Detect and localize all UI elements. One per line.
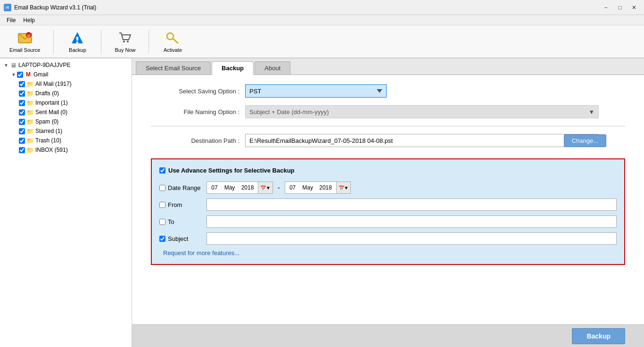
tree-label-trash: Trash (10): [35, 137, 61, 144]
tree-item-inbox[interactable]: 📁 INBOX (591): [0, 145, 132, 155]
svg-rect-5: [76, 41, 78, 43]
toolbar-email-source[interactable]: @ Email Source: [6, 28, 44, 55]
right-panel: Select Email Source Backup About Select …: [132, 58, 644, 347]
menu-file[interactable]: File: [3, 16, 19, 25]
subject-label-wrap: Subject: [159, 235, 206, 242]
saving-option-label: Select Saving Option :: [151, 88, 245, 95]
toolbar-email-source-label: Email Source: [9, 47, 40, 53]
tree-check-trash[interactable]: [19, 138, 25, 144]
tree-item-laptop[interactable]: ▼ 🖥 LAPTOP-9DAJJVPE: [0, 60, 132, 70]
date-to-year[interactable]: [317, 184, 334, 191]
tree-label-starred: Starred (1): [35, 128, 62, 134]
date-to-picker-button[interactable]: 📅▼: [336, 182, 351, 193]
from-label-wrap: From: [159, 201, 206, 208]
title-bar: ✉ Email Backup Wizard v3.1 (Trial) − □ ✕: [0, 0, 644, 15]
date-to-month[interactable]: [300, 184, 315, 191]
toolbar-backup[interactable]: Backup: [63, 28, 91, 55]
toolbar-separator-3: [149, 30, 149, 53]
sidebar: ▼ 🖥 LAPTOP-9DAJJVPE ▼ M Gmail 📁 All Mail…: [0, 58, 132, 347]
tree-check-gmail[interactable]: [17, 72, 23, 78]
date-from-day[interactable]: [209, 184, 220, 191]
toolbar-activate[interactable]: Activate: [158, 28, 187, 55]
to-input[interactable]: [206, 215, 617, 228]
tree-item-important[interactable]: 📁 Important (1): [0, 98, 132, 107]
tree-item-spam[interactable]: 📁 Spam (0): [0, 117, 132, 126]
request-link[interactable]: Request for more features...: [163, 249, 239, 256]
date-from-picker-button[interactable]: 📅▼: [258, 182, 272, 193]
date-range-label-wrap: Date Range: [159, 184, 206, 191]
destination-input[interactable]: [245, 134, 599, 147]
toolbar-buy-now[interactable]: Buy Now: [111, 28, 139, 55]
tree-check-sentmail[interactable]: [19, 109, 25, 116]
destination-label: Destination Path :: [151, 137, 245, 144]
to-label: To: [168, 218, 174, 225]
tree-expand-gmail[interactable]: ▼: [11, 72, 17, 77]
tab-backup[interactable]: Backup: [212, 61, 254, 75]
svg-point-6: [123, 41, 125, 42]
to-checkbox[interactable]: [159, 219, 165, 225]
tree-label-important: Important (1): [35, 99, 68, 106]
date-from-month[interactable]: [222, 184, 237, 191]
email-source-icon: @: [17, 30, 33, 45]
minimize-button[interactable]: −: [600, 3, 612, 12]
tab-about[interactable]: About: [255, 61, 290, 74]
advanced-settings-checkbox[interactable]: [159, 167, 165, 174]
svg-line-10: [175, 41, 176, 42]
folder-icon-spam: 📁: [26, 118, 34, 125]
file-naming-row: File Naming Option : Subject + Date (dd-…: [151, 105, 625, 118]
gmail-icon: M: [25, 71, 32, 78]
subject-checkbox[interactable]: [159, 236, 165, 242]
tree-item-starred[interactable]: 📁 Starred (1): [0, 126, 132, 136]
toolbar-activate-label: Activate: [164, 47, 182, 53]
menu-help[interactable]: Help: [19, 16, 39, 25]
file-naming-value: Subject + Date (dd-mm-yyyy) ▼: [245, 105, 599, 118]
tree-check-inbox[interactable]: [19, 147, 25, 153]
date-from-year[interactable]: [239, 184, 256, 191]
subject-input[interactable]: [206, 232, 617, 245]
from-checkbox[interactable]: [159, 202, 165, 208]
bottom-bar: Backup: [132, 324, 644, 347]
saving-option-select[interactable]: PST MSG EML MBOX HTML PDF: [245, 84, 387, 98]
tree-check-allmail[interactable]: [19, 81, 25, 87]
folder-icon-important: 📁: [26, 99, 34, 107]
saving-option-row: Select Saving Option : PST MSG EML MBOX …: [151, 84, 625, 98]
tree-item-sentmail[interactable]: 📁 Sent Mail (0): [0, 107, 132, 117]
tree-item-gmail[interactable]: ▼ M Gmail: [0, 70, 132, 79]
close-button[interactable]: ✕: [628, 3, 640, 12]
toolbar-backup-label: Backup: [69, 47, 86, 53]
request-link-row: Request for more features...: [159, 249, 617, 256]
tree-check-important[interactable]: [19, 100, 25, 106]
to-label-wrap: To: [159, 218, 206, 225]
folder-icon-starred: 📁: [26, 127, 34, 135]
svg-text:@: @: [27, 33, 31, 38]
change-button[interactable]: Change...: [564, 134, 606, 147]
date-range-checkbox[interactable]: [159, 185, 165, 191]
tree-label-allmail: All Mail (1917): [35, 81, 72, 87]
date-to-day[interactable]: [287, 184, 298, 191]
tree-item-trash[interactable]: 📁 Trash (10): [0, 136, 132, 145]
destination-control: [245, 134, 599, 147]
date-range-row: Date Range 📅▼ -: [159, 182, 617, 194]
date-range-inputs: 📅▼ - 📅▼: [206, 182, 351, 194]
tree-check-starred[interactable]: [19, 128, 25, 134]
tree-expand-laptop[interactable]: ▼: [4, 63, 9, 68]
computer-icon: 🖥: [9, 61, 17, 69]
advanced-header-label: Use Advance Settings for Selective Backu…: [168, 167, 295, 174]
subject-row: Subject: [159, 232, 617, 245]
advanced-settings-box: Use Advance Settings for Selective Backu…: [151, 158, 625, 265]
from-label: From: [168, 201, 182, 208]
backup-button[interactable]: Backup: [572, 328, 625, 344]
app-icon: ✉: [4, 4, 11, 11]
tab-select-email-source[interactable]: Select Email Source: [136, 61, 211, 74]
tree-item-allmail[interactable]: 📁 All Mail (1917): [0, 79, 132, 89]
maximize-button[interactable]: □: [614, 3, 626, 12]
folder-icon-allmail: 📁: [26, 80, 34, 88]
tree-item-drafts[interactable]: 📁 Drafts (0): [0, 89, 132, 98]
folder-icon-sentmail: 📁: [26, 108, 34, 116]
tree-check-drafts[interactable]: [19, 91, 25, 97]
from-input[interactable]: [206, 198, 617, 211]
date-to-input: 📅▼: [285, 182, 351, 194]
svg-line-9: [173, 38, 178, 43]
tree-check-spam[interactable]: [19, 119, 25, 125]
from-row: From: [159, 198, 617, 211]
